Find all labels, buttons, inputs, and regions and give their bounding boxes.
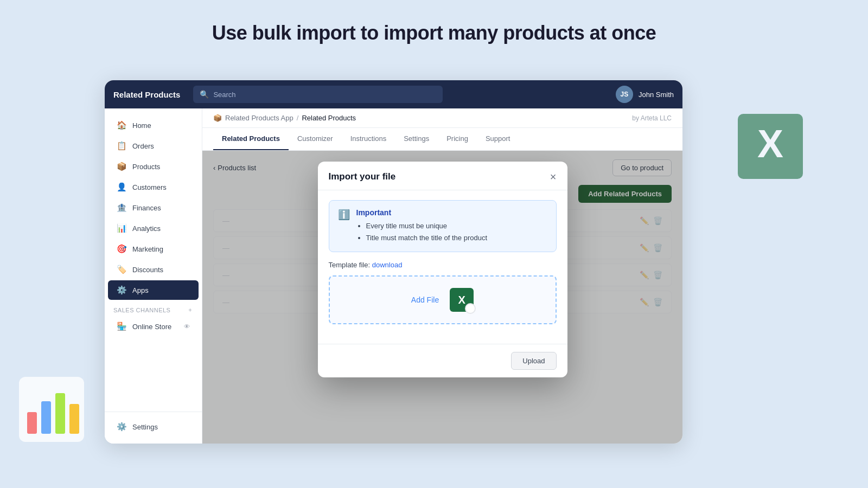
by-arteta-label: by Arteta LLC (632, 114, 672, 122)
sidebar-item-finances[interactable]: 🏦 Finances (108, 198, 199, 217)
sidebar-item-settings[interactable]: ⚙️ Settings (108, 417, 199, 436)
excel-file-icon: X (450, 288, 474, 312)
sidebar-label-online-store: Online Store (132, 323, 171, 331)
sidebar-item-apps[interactable]: ⚙️ Apps (108, 280, 199, 300)
sidebar-bottom: ⚙️ Settings (105, 412, 202, 437)
info-list: Every title must be unique Title must ma… (356, 220, 488, 244)
topbar: Related Products 🔍 JS John Smith (105, 80, 682, 108)
discounts-icon: 🏷️ (117, 265, 127, 274)
tab-related-products[interactable]: Related Products (213, 128, 289, 150)
sidebar: 🏠 Home 📋 Orders 📦 Products 👤 Customers 🏦… (105, 108, 202, 444)
import-modal: Import your file × ℹ️ Important (318, 162, 567, 377)
sidebar-label-orders: Orders (132, 142, 154, 150)
sidebar-label-customers: Customers (132, 183, 167, 191)
tab-instructions[interactable]: Instructions (342, 128, 395, 150)
main-content: 📦 Related Products App / Related Product… (202, 108, 682, 444)
eye-icon: 👁 (184, 323, 190, 330)
sidebar-label-marketing: Marketing (132, 245, 163, 253)
info-bullet-2: Title must match the title of the produc… (366, 232, 488, 244)
breadcrumb-current: Related Products (302, 114, 356, 122)
add-file-text[interactable]: Add File (411, 296, 439, 304)
add-sales-channel-icon[interactable]: ＋ (187, 306, 194, 314)
search-input[interactable] (213, 91, 436, 99)
settings-icon: ⚙️ (117, 422, 127, 432)
tab-settings[interactable]: Settings (395, 128, 438, 150)
breadcrumb-separator: / (297, 114, 299, 122)
upload-button[interactable]: Upload (511, 352, 556, 370)
marketing-icon: 🎯 (117, 244, 127, 254)
tab-pricing[interactable]: Pricing (438, 128, 477, 150)
modal-footer: Upload (318, 344, 567, 377)
deco-chart-icon (16, 374, 87, 445)
sidebar-label-products: Products (132, 163, 160, 171)
analytics-icon: 📊 (117, 223, 127, 233)
sidebar-item-orders[interactable]: 📋 Orders (108, 136, 199, 156)
sidebar-label-finances: Finances (132, 204, 161, 212)
modal-header: Import your file × (318, 162, 567, 190)
svg-rect-4 (69, 404, 79, 434)
modal-overlay: Import your file × ℹ️ Important (202, 151, 682, 444)
info-title: Important (356, 208, 488, 217)
tab-support[interactable]: Support (477, 128, 519, 150)
sidebar-item-analytics[interactable]: 📊 Analytics (108, 219, 199, 238)
sidebar-label-discounts: Discounts (132, 266, 163, 274)
topbar-brand: Related Products (113, 90, 180, 99)
online-store-icon: 🏪 (117, 322, 127, 331)
template-line: Template file: download (329, 261, 557, 269)
drop-zone[interactable]: Add File X (329, 275, 557, 324)
modal-title: Import your file (329, 171, 396, 182)
info-icon: ℹ️ (338, 209, 350, 244)
tabs-bar: Related Products Customizer Instructions… (202, 128, 682, 151)
sidebar-item-discounts[interactable]: 🏷️ Discounts (108, 260, 199, 279)
sidebar-label-analytics: Analytics (132, 224, 161, 233)
sidebar-item-products[interactable]: 📦 Products (108, 157, 199, 176)
sales-channels-section: Sales channels ＋ (105, 300, 202, 316)
info-box: ℹ️ Important Every title must be unique … (329, 200, 557, 252)
avatar: JS (616, 86, 633, 103)
breadcrumb-bar: 📦 Related Products App / Related Product… (202, 108, 682, 128)
app-container: Related Products 🔍 JS John Smith 🏠 Home … (105, 80, 682, 444)
orders-icon: 📋 (117, 141, 127, 151)
svg-text:X: X (757, 122, 783, 165)
search-bar[interactable]: 🔍 (193, 86, 443, 103)
svg-rect-3 (55, 393, 65, 434)
home-icon: 🏠 (117, 120, 127, 130)
user-name: John Smith (639, 91, 674, 99)
sidebar-item-marketing[interactable]: 🎯 Marketing (108, 239, 199, 259)
svg-rect-2 (41, 401, 51, 434)
sidebar-item-online-store[interactable]: 🏪 Online Store 👁 (108, 317, 199, 336)
breadcrumb: 📦 Related Products App / Related Product… (213, 114, 356, 122)
sidebar-label-apps: Apps (132, 286, 149, 294)
finances-icon: 🏦 (117, 203, 127, 213)
app-body: 🏠 Home 📋 Orders 📦 Products 👤 Customers 🏦… (105, 108, 682, 444)
apps-icon: ⚙️ (117, 285, 127, 295)
tab-customizer[interactable]: Customizer (289, 128, 342, 150)
info-content: Important Every title must be unique Tit… (356, 208, 488, 244)
content-area: ‹ Products list Go to product Add Relate… (202, 151, 682, 444)
products-icon: 📦 (117, 162, 127, 171)
user-menu[interactable]: JS John Smith (616, 86, 674, 103)
modal-body: ℹ️ Important Every title must be unique … (318, 190, 567, 344)
svg-rect-1 (27, 412, 37, 434)
page-headline: Use bulk import to import many products … (0, 0, 868, 44)
search-icon: 🔍 (200, 90, 209, 99)
template-download-link[interactable]: download (372, 261, 403, 269)
customers-icon: 👤 (117, 182, 127, 192)
breadcrumb-app-icon: 📦 (213, 114, 222, 122)
sidebar-label-settings: Settings (132, 423, 158, 431)
info-bullet-1: Every title must be unique (366, 220, 488, 232)
sidebar-label-home: Home (132, 121, 151, 130)
sidebar-item-home[interactable]: 🏠 Home (108, 115, 199, 135)
breadcrumb-app-link[interactable]: Related Products App (225, 114, 293, 122)
deco-excel-icon: X (732, 108, 808, 184)
modal-close-button[interactable]: × (550, 171, 557, 182)
sidebar-item-customers[interactable]: 👤 Customers (108, 177, 199, 197)
template-label: Template file: (329, 261, 371, 269)
